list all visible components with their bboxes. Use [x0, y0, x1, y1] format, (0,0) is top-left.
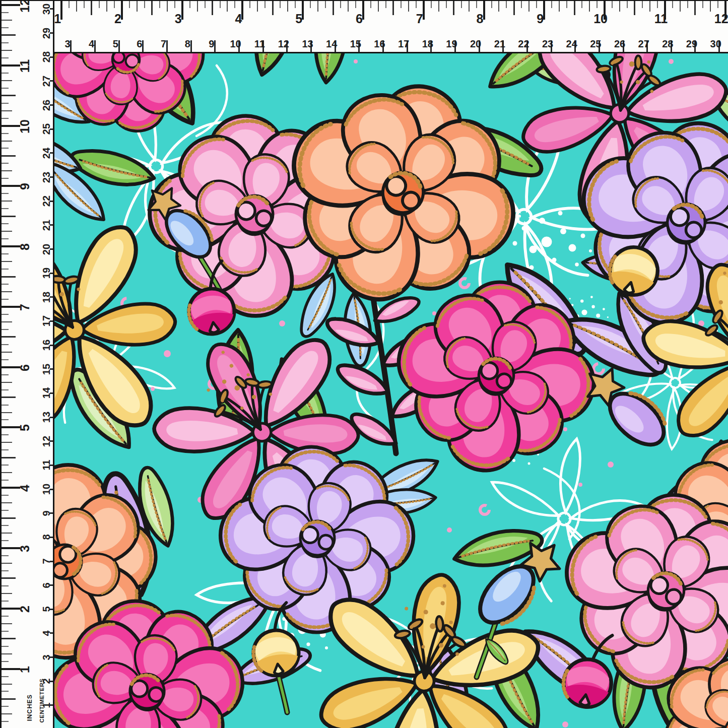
ruler-tick	[2, 178, 9, 179]
ruler-tick	[634, 1, 635, 15]
ruler-tick	[2, 412, 12, 413]
top-ruler-inch-label: 10	[584, 12, 617, 26]
fabric-pattern	[0, 0, 728, 728]
top-ruler-inch-label: 12	[705, 12, 728, 26]
top-ruler-inch-label: 8	[464, 12, 496, 26]
ruler-tick	[2, 352, 12, 353]
ruler-tick	[491, 1, 492, 8]
ruler-tick	[2, 314, 9, 315]
ruler-tick	[2, 676, 9, 677]
ruler-tick	[2, 329, 9, 330]
fabric-print	[0, 0, 728, 728]
ruler-tick	[2, 88, 9, 89]
ruler-tick	[642, 1, 643, 8]
ruler-tick	[2, 141, 12, 142]
ruler-tick	[106, 1, 107, 12]
ruler-tick	[2, 118, 9, 119]
ruler-tick	[559, 1, 560, 12]
ruler-tick	[2, 80, 12, 81]
ruler-tick	[687, 1, 688, 8]
ruler-tick	[2, 585, 9, 586]
ruler-tick	[536, 1, 537, 8]
ruler-tick	[2, 12, 9, 13]
ruler-tick	[612, 1, 613, 8]
ruler-tick	[657, 1, 658, 8]
ruler-tick	[2, 480, 9, 481]
ruler-tick	[2, 638, 16, 639]
ruler-tick	[2, 540, 9, 541]
ruler-tick	[710, 1, 711, 12]
ruler-tick	[2, 389, 9, 390]
ruler-tick	[264, 1, 266, 8]
ruler-tick	[461, 1, 462, 8]
ruler-tick	[287, 1, 288, 12]
ruler-tick	[2, 616, 9, 617]
ruler-tick	[2, 291, 12, 292]
ruler-tick	[2, 344, 9, 345]
ruler-tick	[2, 276, 16, 278]
ruler-tick	[2, 698, 16, 700]
ruler-tick	[528, 1, 530, 12]
ruler-tick	[431, 1, 432, 8]
ruler-tick	[234, 1, 235, 8]
ruler-tick	[717, 1, 718, 8]
ruler-tick	[220, 1, 221, 8]
ruler-tick	[2, 170, 12, 171]
ruler-tick	[174, 1, 175, 8]
ruler-tick	[249, 1, 250, 8]
ruler-top: 1234567891011123456789101112131415161718…	[54, 0, 728, 53]
ruler-tick	[2, 299, 9, 300]
ruler-tick	[310, 1, 311, 8]
ruler-tick	[2, 577, 16, 579]
left-ruler-inch-label: 7	[19, 291, 30, 323]
ruler-tick	[257, 1, 258, 12]
ruler-tick	[91, 1, 92, 15]
top-ruler-inch-label: 4	[222, 12, 254, 26]
ruler-tick	[2, 382, 12, 383]
ruler-tick	[581, 1, 582, 8]
ruler-tick	[272, 1, 274, 15]
ruler-tick	[2, 238, 9, 239]
ruler-tick	[2, 442, 12, 443]
ruler-tick	[2, 374, 9, 375]
ruler-tick	[295, 1, 296, 8]
ruler-tick	[2, 208, 9, 209]
ruler-tick	[2, 359, 9, 360]
ruler-tick	[2, 155, 16, 157]
ruler-tick	[144, 1, 145, 8]
ruler-tick	[476, 1, 477, 8]
ruler-tick	[2, 721, 9, 722]
top-ruler-inch-label: 9	[524, 12, 556, 26]
top-ruler-inch-label: 2	[102, 12, 134, 26]
ruler-tick	[619, 1, 620, 12]
top-ruler-inch-label: 11	[645, 12, 677, 26]
ruler-tick	[2, 20, 12, 21]
ruler-tick	[2, 42, 9, 43]
ruler-tick	[2, 216, 16, 217]
ruler-tick	[2, 231, 12, 232]
ruler-tick	[513, 1, 515, 15]
ruler-tick	[2, 502, 12, 503]
left-ruler-inch-label: 10	[19, 110, 30, 143]
ruler-tick	[84, 1, 85, 8]
left-ruler-inch-label: 8	[19, 231, 30, 263]
ruler-tick	[370, 1, 371, 8]
ruler-tick	[317, 1, 318, 12]
ruler-tick	[2, 525, 9, 526]
ruler-tick	[2, 27, 9, 28]
ruler-tick	[2, 713, 12, 714]
ruler-tick	[2, 684, 12, 685]
ruler-tick	[2, 517, 16, 519]
ruler-tick	[69, 1, 70, 8]
ruler-tick	[2, 653, 12, 654]
ruler-tick	[2, 223, 9, 224]
top-ruler-cm-label: 30	[700, 38, 728, 49]
ruler-tick	[280, 1, 281, 8]
ruler-tick	[2, 661, 9, 662]
ruler-tick	[2, 533, 12, 534]
ruler-tick	[408, 1, 409, 12]
ruler-tick	[506, 1, 507, 8]
ruler-tick	[2, 623, 12, 624]
ruler-tick	[453, 1, 454, 15]
ruler-tick	[2, 103, 9, 104]
